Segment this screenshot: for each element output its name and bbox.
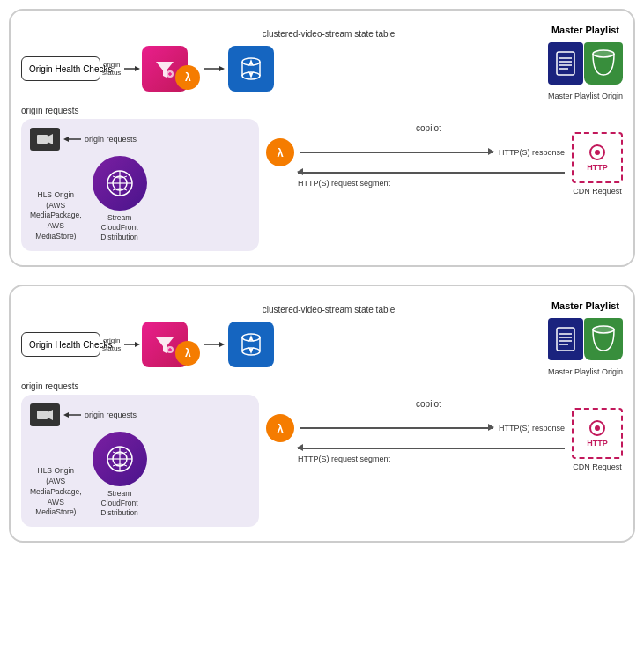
grey-panel-2: origin requests HLS Origin (AWS MediaPac… (21, 395, 259, 527)
camera-svg-1 (37, 133, 53, 145)
cf-svg-2 (104, 443, 136, 475)
stream-cf-label-1: Stream CloudFront Distribution (100, 213, 138, 242)
http-request-row-1 (298, 172, 565, 174)
mp-title-2: Master Playlist (551, 300, 619, 311)
cf-svg-1 (104, 167, 136, 199)
svg-rect-46 (37, 411, 48, 419)
diagram-panel-2: clustered-video-stream state table Origi… (9, 285, 635, 543)
http-response-row-2: λ HTTP(S) response (266, 414, 565, 442)
svg-marker-20 (48, 134, 53, 144)
doc-icon-2 (548, 318, 583, 360)
doc-svg-2 (555, 326, 576, 352)
response-arrow-2 (300, 427, 493, 429)
response-arrow-1 (300, 152, 493, 153)
table-label-1: clustered-video-stream state table (263, 29, 396, 39)
health-checks-box-2: Origin Health Checks (21, 332, 100, 357)
origin-req-label-2: origin requests (85, 411, 137, 419)
mp-icons-1 (548, 42, 623, 85)
mp-title-1: Master Playlist (551, 25, 619, 35)
copilot-label-1: copilot (292, 123, 565, 133)
http-badge-1: HTTP (587, 163, 608, 172)
http-request-label-1: HTTP(S) request segment (298, 179, 565, 188)
health-checks-label-1: Origin Health Checks (29, 64, 112, 74)
svg-point-18 (593, 50, 614, 57)
health-checks-label-2: Origin Health Checks (29, 340, 112, 350)
stream-cf-icon-2 (93, 432, 147, 486)
arrow-from-cf-1 (63, 135, 81, 144)
svg-marker-49 (63, 412, 69, 418)
lambda-overlay-1: λ (175, 65, 200, 90)
grey-panel-1: origin requests HLS Origin (AWS MediaPac… (21, 119, 259, 251)
arrow-from-cf-2 (63, 411, 81, 419)
hls-label-1: HLS Origin (AWS MediaPackage, AWS MediaS… (30, 190, 82, 242)
svg-marker-1 (135, 66, 140, 71)
dynamo-svg-1 (238, 55, 264, 82)
request-arrow-1 (298, 172, 565, 174)
cdn-circle-1 (589, 144, 605, 160)
stream-cf-icon-1 (93, 156, 147, 211)
bucket-svg-1 (591, 48, 616, 78)
copilot-label-2: copilot (292, 399, 565, 409)
svg-rect-39 (557, 328, 574, 351)
origin-status-label-1b: status (102, 69, 121, 77)
arrow-to-db-1 (204, 64, 225, 73)
dynamo-svg-2 (238, 331, 264, 358)
lambda-circle-1: λ (266, 138, 294, 166)
origin-status-2b: status (102, 344, 121, 352)
svg-marker-22 (63, 137, 69, 142)
funnel-svg-2 (152, 332, 177, 357)
cdn-req-label-1: CDN Request (573, 187, 622, 196)
request-arrow-2 (298, 448, 565, 449)
svg-rect-12 (557, 52, 574, 75)
diagram-panel-1: clustered-video-stream state table Origi… (9, 9, 635, 267)
hls-origin-text-1: HLS Origin (AWS MediaPackage, AWS MediaS… (30, 190, 82, 241)
http-response-label-1: HTTP(S) response (499, 148, 565, 157)
master-playlist-section-2: Master Playlist (548, 300, 623, 376)
origin-status-label-1: origin (103, 61, 121, 69)
hls-label-2: HLS Origin (AWS MediaPackage, AWS MediaS… (30, 466, 82, 518)
svg-point-45 (593, 326, 614, 333)
mp-icons-2 (548, 318, 623, 360)
origin-status-2a: origin (103, 337, 121, 344)
cdn-icon-2: HTTP (572, 408, 623, 459)
cdn-icon-1: HTTP (572, 132, 623, 183)
http-request-label-2: HTTP(S) request segment (298, 455, 565, 463)
hls-origin-text-2: HLS Origin (AWS MediaPackage, AWS MediaS… (30, 466, 82, 517)
http-response-row-1: λ HTTP(S) response (266, 138, 565, 166)
health-checks-box-1: Origin Health Checks (21, 56, 100, 81)
svg-marker-34 (219, 342, 225, 347)
cdn-req-label-2: CDN Request (573, 462, 622, 471)
panel-content-1: clustered-video-stream state table Origi… (21, 25, 623, 251)
main-container: clustered-video-stream state table Origi… (0, 0, 644, 551)
svg-marker-28 (135, 342, 140, 347)
mp-origin-label-2: Master Playlist Origin (548, 367, 623, 376)
arrow-to-db-2 (204, 340, 225, 349)
bucket-icon-1 (584, 42, 623, 85)
video-icon-1 (30, 128, 60, 151)
lambda-circle-2: λ (266, 414, 294, 442)
doc-svg-1 (555, 50, 576, 77)
svg-marker-47 (48, 410, 53, 420)
bucket-svg-2 (591, 324, 616, 354)
panel-content-2: clustered-video-stream state table Origi… (21, 300, 623, 527)
video-icon-2 (30, 403, 60, 426)
origin-requests-label-1: origin requests (21, 106, 259, 115)
table-label-2: clustered-video-stream state table (263, 305, 396, 314)
http-response-label-2: HTTP(S) response (499, 424, 565, 433)
master-playlist-section-1: Master Playlist (548, 25, 623, 100)
svg-marker-7 (219, 66, 225, 71)
http-badge-2: HTTP (587, 439, 608, 448)
arrow-to-filter-1 (124, 64, 140, 73)
db-icon-2 (228, 322, 274, 367)
origin-requests-label-2: origin requests (21, 381, 259, 391)
mp-origin-label-1: Master Playlist Origin (548, 92, 623, 100)
cdn-circle-2 (589, 420, 605, 436)
doc-icon-1 (548, 42, 583, 85)
funnel-svg-1 (152, 56, 177, 81)
db-icon-1 (228, 46, 274, 92)
bucket-icon-2 (584, 318, 623, 360)
lambda-overlay-2: λ (175, 341, 200, 366)
stream-cf-label-2: Stream CloudFront Distribution (100, 489, 138, 518)
camera-svg-2 (37, 409, 53, 421)
origin-req-label-1: origin requests (85, 135, 137, 144)
